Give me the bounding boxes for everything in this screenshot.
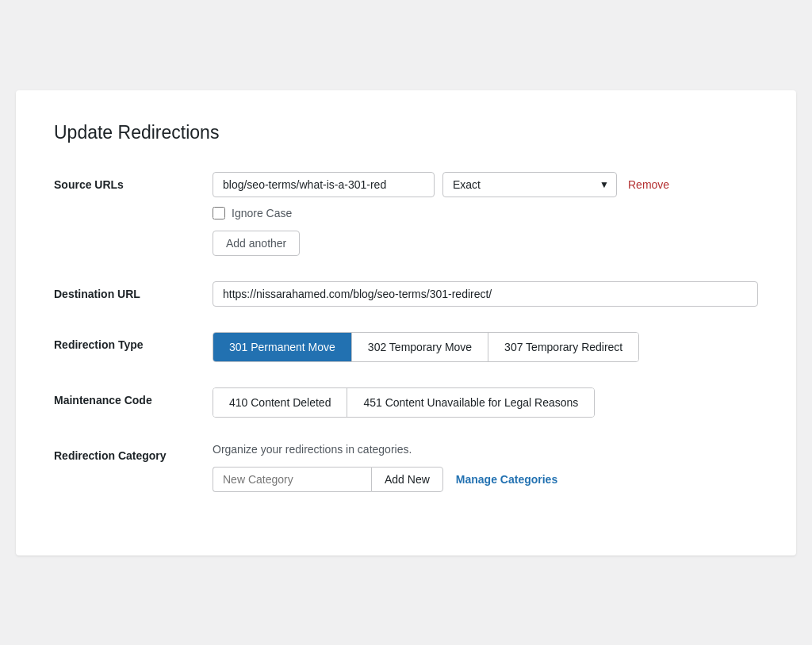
- destination-url-row: Destination URL: [54, 281, 758, 307]
- category-input-row: Add New Manage Categories: [213, 467, 758, 492]
- destination-url-content: [213, 281, 758, 307]
- update-redirections-card: Update Redirections Source URLs Exact Re…: [16, 90, 796, 555]
- redirection-type-row: Redirection Type 301 Permanent Move 302 …: [54, 332, 758, 362]
- redirection-type-group: 301 Permanent Move 302 Temporary Move 30…: [213, 332, 639, 362]
- redirection-category-row: Redirection Category Organize your redir…: [54, 443, 758, 492]
- source-urls-content: Exact Regex Contains ▼ Remove Ignore Cas…: [213, 172, 758, 256]
- source-urls-row: Source URLs Exact Regex Contains ▼ Remov…: [54, 172, 758, 256]
- manage-categories-link[interactable]: Manage Categories: [456, 473, 557, 486]
- match-type-select[interactable]: Exact Regex Contains: [442, 172, 617, 197]
- maintenance-451-button[interactable]: 451 Content Unavailable for Legal Reason…: [347, 388, 594, 417]
- maintenance-410-button[interactable]: 410 Content Deleted: [213, 388, 347, 417]
- add-new-button[interactable]: Add New: [371, 467, 443, 492]
- maintenance-code-row: Maintenance Code 410 Content Deleted 451…: [54, 387, 758, 418]
- ignore-case-row: Ignore Case: [213, 207, 758, 219]
- redirection-type-label: Redirection Type: [54, 332, 213, 351]
- maintenance-code-label: Maintenance Code: [54, 387, 213, 406]
- type-302-button[interactable]: 302 Temporary Move: [352, 333, 488, 361]
- type-307-button[interactable]: 307 Temporary Redirect: [488, 333, 638, 361]
- maintenance-group: 410 Content Deleted 451 Content Unavaila…: [213, 387, 595, 418]
- redirection-category-content: Organize your redirections in categories…: [213, 443, 758, 492]
- page-title: Update Redirections: [54, 122, 758, 143]
- source-url-input[interactable]: [213, 172, 435, 197]
- maintenance-code-content: 410 Content Deleted 451 Content Unavaila…: [213, 387, 758, 418]
- match-type-wrapper: Exact Regex Contains ▼: [442, 172, 617, 197]
- type-301-button[interactable]: 301 Permanent Move: [213, 333, 352, 361]
- new-category-input[interactable]: [213, 467, 371, 492]
- source-urls-label: Source URLs: [54, 172, 213, 191]
- ignore-case-checkbox[interactable]: [213, 207, 225, 219]
- redirection-type-content: 301 Permanent Move 302 Temporary Move 30…: [213, 332, 758, 362]
- add-another-button[interactable]: Add another: [213, 231, 300, 256]
- source-url-input-row: Exact Regex Contains ▼ Remove: [213, 172, 758, 197]
- remove-button[interactable]: Remove: [625, 173, 672, 197]
- category-description: Organize your redirections in categories…: [213, 443, 758, 456]
- ignore-case-label: Ignore Case: [232, 207, 292, 219]
- redirection-category-label: Redirection Category: [54, 443, 213, 462]
- destination-url-input[interactable]: [213, 281, 758, 307]
- destination-url-label: Destination URL: [54, 281, 213, 300]
